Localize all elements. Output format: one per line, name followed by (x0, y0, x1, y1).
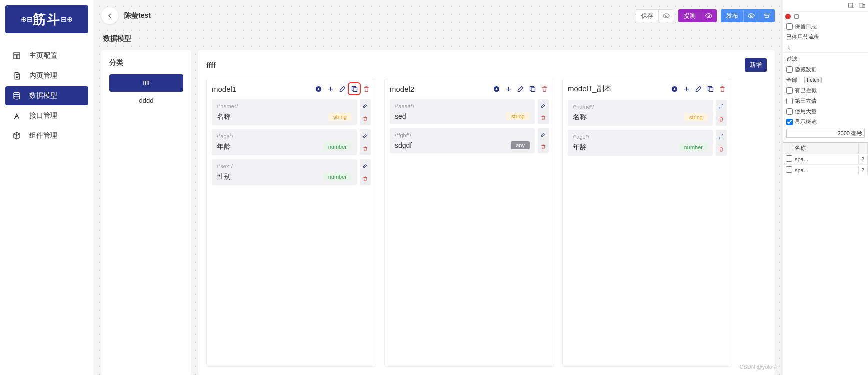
plus-icon[interactable] (682, 85, 691, 94)
edit-field-icon[interactable] (718, 103, 725, 110)
edit-field-icon[interactable] (362, 132, 369, 139)
eye-icon[interactable] (701, 10, 716, 22)
data-icon (12, 91, 21, 100)
delete-icon[interactable] (540, 84, 549, 93)
network-row[interactable]: spa...2 (783, 164, 868, 175)
svg-rect-1 (14, 55, 16, 59)
model-title: model1 (212, 85, 236, 93)
field-name: 名称 (573, 113, 587, 122)
edit-field-icon[interactable] (540, 102, 547, 109)
filter-all[interactable]: 全部 (786, 76, 797, 84)
home-icon (12, 51, 21, 60)
add-model-button[interactable]: 新增 (745, 58, 767, 72)
hide-data-checkbox[interactable] (786, 66, 793, 73)
field-comment: /*sex*/ (217, 163, 352, 169)
delete-field-icon[interactable] (362, 115, 369, 122)
field-row: /*fgbf*/sdgdfany (390, 128, 549, 153)
svg-point-5 (708, 15, 710, 17)
devtools-panel: 保留日志 已停用节流模 ⭳ 过滤 隐藏数据 全部 Fetch 有已拦截 第三方请… (783, 0, 868, 375)
plus-icon[interactable] (504, 84, 513, 93)
inspect-icon[interactable] (848, 2, 855, 9)
nav-item-pages[interactable]: 内页管理 (5, 66, 88, 85)
record-icon[interactable] (785, 14, 791, 19)
svg-rect-12 (531, 88, 535, 92)
delete-field-icon[interactable] (362, 145, 369, 152)
keep-log-checkbox[interactable] (786, 23, 793, 30)
delete-field-icon[interactable] (540, 143, 547, 150)
edit-icon[interactable] (694, 85, 703, 94)
device-icon[interactable] (859, 2, 866, 9)
clear-icon[interactable] (794, 14, 799, 19)
field-name: 名称 (217, 112, 231, 121)
category-item[interactable]: dddd (109, 92, 183, 109)
save-button[interactable]: 保存 (636, 9, 674, 22)
delete-field-icon[interactable] (540, 114, 547, 121)
logo: ⊕⊟ 筋斗 ⊟⊕ (5, 5, 88, 33)
delete-icon[interactable] (718, 85, 727, 94)
copy-icon[interactable] (528, 84, 537, 93)
field-comment: /*name*/ (573, 104, 708, 110)
delete-field-icon[interactable] (718, 116, 725, 123)
nav-item-comp[interactable]: 组件管理 (5, 126, 88, 145)
nav-label: 数据模型 (29, 91, 57, 100)
model-title: model1_副本 (568, 84, 612, 94)
field-row: /*name*/名称string (212, 99, 371, 125)
delete-icon[interactable] (362, 84, 371, 93)
pages-icon (12, 71, 21, 80)
category-item[interactable]: ffff (109, 74, 183, 92)
copy-icon[interactable] (706, 85, 715, 94)
back-button[interactable] (101, 7, 118, 24)
nav-label: 组件管理 (29, 131, 57, 140)
eye-icon[interactable] (658, 10, 674, 22)
archive-icon[interactable] (759, 10, 774, 22)
edit-icon[interactable] (516, 84, 525, 93)
edit-field-icon[interactable] (540, 131, 547, 138)
thirdparty-checkbox[interactable] (786, 98, 793, 104)
edit-field-icon[interactable] (362, 102, 369, 109)
field-comment: /*age*/ (573, 134, 708, 140)
model-card: model2/*aaaa*/sedstring/*fgbf*/sdgdfany (384, 79, 554, 367)
nav-item-data[interactable]: 数据模型 (5, 86, 88, 105)
edit-field-icon[interactable] (718, 133, 725, 140)
svg-rect-10 (353, 88, 357, 92)
type-tag: any (511, 141, 530, 149)
add-filled-icon[interactable] (492, 84, 501, 93)
large-checkbox[interactable] (786, 108, 793, 115)
field-row: /*age*/年龄number (212, 129, 371, 155)
api-icon (12, 111, 21, 120)
nav-item-api[interactable]: 接口管理 (5, 106, 88, 125)
plus-icon[interactable] (326, 84, 335, 93)
svg-rect-16 (860, 3, 863, 8)
edit-field-icon[interactable] (362, 162, 369, 169)
svg-rect-2 (17, 55, 20, 59)
category-title: 分类 (109, 58, 183, 67)
ms-input[interactable] (786, 129, 865, 138)
eye-icon[interactable] (743, 10, 759, 22)
nav-label: 主页配置 (29, 51, 57, 60)
publish-button[interactable]: 发布 (721, 9, 775, 22)
delete-field-icon[interactable] (362, 175, 369, 182)
nav-label: 接口管理 (29, 111, 57, 120)
download-icon[interactable]: ⭳ (786, 44, 792, 50)
submit-button[interactable]: 提测 (678, 9, 717, 22)
svg-rect-14 (709, 88, 713, 92)
filter-fetch[interactable]: Fetch (804, 77, 822, 83)
nav-item-home[interactable]: 主页配置 (5, 46, 88, 65)
nav-label: 内页管理 (29, 71, 57, 80)
svg-rect-8 (765, 15, 769, 18)
preview-checkbox[interactable] (786, 119, 793, 125)
add-filled-icon[interactable] (314, 84, 323, 93)
svg-point-6 (750, 15, 752, 17)
field-comment: /*name*/ (217, 103, 352, 109)
type-tag: number (323, 173, 352, 181)
delete-field-icon[interactable] (718, 146, 725, 153)
model-card: model1_副本/*name*/名称string/*age*/年龄number (562, 79, 732, 367)
add-filled-icon[interactable] (670, 85, 679, 94)
field-name: 年龄 (217, 142, 231, 151)
network-row[interactable]: spa...2 (783, 153, 868, 164)
svg-rect-17 (863, 5, 865, 8)
copy-icon[interactable] (350, 84, 359, 93)
topbar: 陈莹test 保存 提测 发布 (101, 7, 775, 24)
edit-icon[interactable] (338, 84, 347, 93)
blocked-checkbox[interactable] (786, 87, 793, 94)
